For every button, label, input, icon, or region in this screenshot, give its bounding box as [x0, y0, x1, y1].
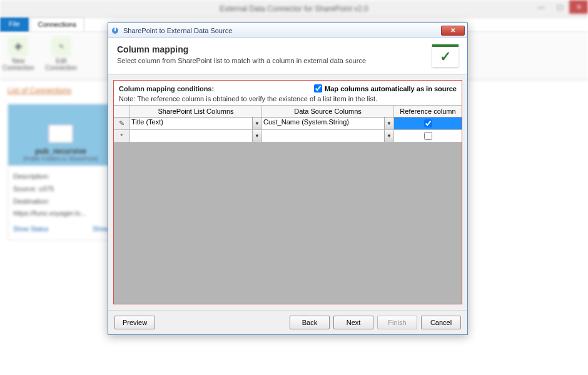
map-automatically-label: Map columns automatically as in source [325, 85, 457, 92]
page-heading: Column mapping [117, 44, 425, 54]
edit-connection-label: Edit Connection [46, 58, 78, 71]
dialog-header: Column mapping Select column from ShareP… [108, 38, 467, 75]
file-tab[interactable]: File [0, 18, 29, 32]
map-automatically-checkbox[interactable]: Map columns automatically as in source [314, 84, 457, 92]
reference-note: Note: The reference column is obtained t… [119, 95, 457, 102]
mapping-grid-header: SharePoint List Columns Data Source Colu… [114, 106, 462, 118]
card-description-label: Description: [13, 171, 108, 183]
new-connection-icon: ➕ [8, 36, 28, 56]
dialog-title: SharePoint to External Data Source [123, 27, 441, 34]
back-button[interactable]: Back [290, 316, 330, 329]
data-source-column-value[interactable]: Cust_Name (System.String) [262, 118, 384, 129]
edit-connection-icon: ✎ [51, 36, 71, 56]
next-button[interactable]: Next [333, 316, 373, 329]
sharepoint-column-value[interactable]: Title (Text) [130, 118, 252, 129]
data-source-column-cell[interactable]: Cust_Name (System.String) ▼ [262, 118, 394, 129]
sharepoint-column-cell-empty[interactable]: ▼ [130, 130, 262, 142]
envelope-icon [48, 124, 73, 143]
header-data-source-columns: Data Source Columns [262, 106, 394, 117]
minimize-button[interactable]: — [532, 0, 550, 14]
new-connection-button[interactable]: ➕ New Connection [3, 36, 34, 76]
chevron-down-icon[interactable]: ▼ [384, 118, 393, 129]
mapping-row: ✎ Title (Text) ▼ Cust_Name (System.Strin… [114, 118, 462, 130]
reference-checkbox[interactable] [424, 119, 432, 128]
main-window-controls: — ▢ ✕ [532, 0, 588, 14]
reference-column-cell[interactable] [394, 118, 462, 129]
main-window-titlebar: External Data Connector for SharePoint v… [0, 0, 588, 18]
dialog-body: Column mapping conditions: Map columns a… [108, 75, 467, 310]
connections-tab[interactable]: Connections [30, 18, 84, 32]
preview-button[interactable]: Preview [114, 316, 155, 329]
cancel-button[interactable]: Cancel [421, 316, 461, 329]
connection-name: pub_recursive [35, 147, 86, 156]
row-indicator-edit-icon: ✎ [114, 118, 130, 129]
dialog-titlebar[interactable]: SharePoint to External Data Source ✕ [108, 23, 467, 38]
reference-checkbox-empty[interactable] [424, 132, 432, 140]
chevron-down-icon[interactable]: ▼ [252, 118, 261, 129]
mapping-conditions-panel: Column mapping conditions: Map columns a… [113, 80, 462, 304]
chevron-down-icon[interactable]: ▼ [384, 130, 393, 142]
card-destination-label: Destination: https://funo.voyager.lo... [13, 196, 108, 221]
connection-subtitle: (Public Folders to SharePoint) [23, 156, 98, 162]
dialog-close-button[interactable]: ✕ [441, 26, 465, 36]
chevron-down-icon[interactable]: ▼ [252, 130, 261, 142]
row-indicator-new-icon: * [114, 130, 130, 142]
header-sharepoint-columns: SharePoint List Columns [130, 106, 262, 117]
dialog-app-icon [111, 26, 119, 35]
svg-rect-1 [114, 28, 116, 31]
edit-connection-button[interactable]: ✎ Edit Connection [46, 36, 78, 76]
finish-button[interactable]: Finish [377, 316, 417, 329]
main-close-button[interactable]: ✕ [569, 0, 588, 14]
new-connection-label: New Connection [3, 58, 34, 71]
connection-card[interactable]: pub_recursive (Public Folders to SharePo… [8, 104, 114, 241]
reference-column-cell-empty[interactable] [394, 130, 462, 142]
conditions-label: Column mapping conditions: [119, 85, 214, 92]
close-icon: ✕ [450, 27, 455, 34]
card-source-label: Source: o375 [13, 183, 108, 196]
data-source-column-cell-empty[interactable]: ▼ [262, 130, 394, 142]
mapping-row-new: * ▼ ▼ [114, 130, 462, 142]
dialog-footer: Preview Back Next Finish Cancel [108, 310, 467, 334]
checkmark-icon: ✓ [440, 49, 451, 65]
header-reference-column: Reference column [394, 106, 462, 117]
checkmark-card-icon: ✓ [432, 44, 459, 67]
list-of-connections-heading: List of Connections [8, 86, 71, 95]
map-automatically-input[interactable] [314, 84, 322, 92]
main-window-title: External Data Connector for SharePoint v… [220, 4, 368, 13]
page-subtitle: Select column from SharePoint list to ma… [117, 57, 425, 64]
mapping-grid-empty-area [114, 142, 462, 304]
column-mapping-dialog: SharePoint to External Data Source ✕ Col… [108, 22, 468, 335]
sharepoint-column-cell[interactable]: Title (Text) ▼ [130, 118, 262, 129]
show-status-link[interactable]: Show Status [13, 224, 48, 235]
maximize-button[interactable]: ▢ [550, 0, 569, 14]
show-link[interactable]: Show [93, 224, 108, 235]
